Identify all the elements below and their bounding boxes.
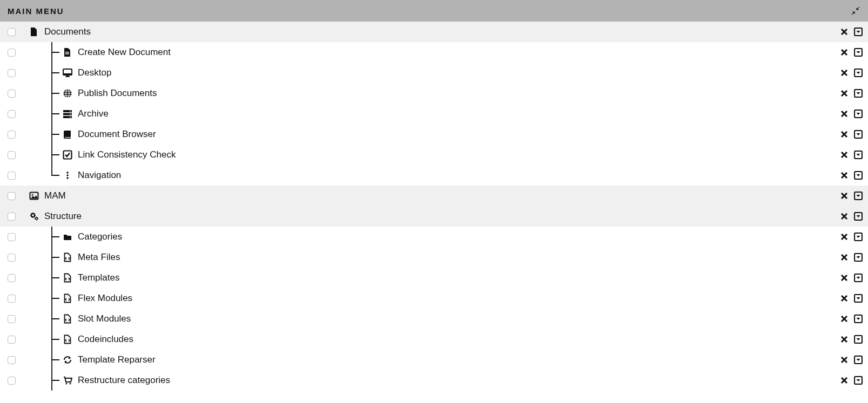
dropdown-icon[interactable] xyxy=(854,110,863,118)
row-label[interactable]: MAM xyxy=(44,190,840,201)
menu-row: Codeincludes xyxy=(0,329,868,350)
row-label[interactable]: Documents xyxy=(44,26,840,37)
dropdown-icon[interactable] xyxy=(854,253,863,262)
menu-row: Desktop xyxy=(0,63,868,83)
delete-icon[interactable] xyxy=(840,376,849,385)
delete-icon[interactable] xyxy=(840,130,849,139)
row-label[interactable]: Template Reparser xyxy=(78,354,840,365)
image-icon xyxy=(28,191,40,201)
file-code-icon xyxy=(62,252,73,262)
menu-row: Template Reparser xyxy=(0,350,868,370)
menu-row: Document Browser xyxy=(0,124,868,145)
delete-icon[interactable] xyxy=(840,356,849,364)
row-checkbox[interactable] xyxy=(8,131,16,139)
delete-icon[interactable] xyxy=(840,294,849,303)
row-checkbox[interactable] xyxy=(8,295,16,303)
collapse-icon[interactable] xyxy=(851,6,860,16)
menu-row: Navigation xyxy=(0,165,868,186)
dropdown-icon[interactable] xyxy=(854,376,863,385)
tree-branch-icon xyxy=(49,63,62,83)
row-checkbox[interactable] xyxy=(8,254,16,262)
dots-vertical-icon xyxy=(62,170,73,180)
row-checkbox[interactable] xyxy=(8,233,16,241)
delete-icon[interactable] xyxy=(840,335,849,344)
row-checkbox[interactable] xyxy=(8,192,16,200)
delete-icon[interactable] xyxy=(840,110,849,118)
delete-icon[interactable] xyxy=(840,315,849,323)
row-label[interactable]: Document Browser xyxy=(78,129,840,140)
delete-icon[interactable] xyxy=(840,212,849,221)
file-code-icon xyxy=(62,314,73,324)
file-code-icon xyxy=(62,334,73,344)
row-label[interactable]: Slot Modules xyxy=(78,313,840,324)
row-checkbox[interactable] xyxy=(8,336,16,344)
folder-icon xyxy=(62,232,73,242)
delete-icon[interactable] xyxy=(840,28,849,36)
row-checkbox[interactable] xyxy=(8,28,16,36)
tree-branch-icon xyxy=(49,42,62,63)
menu-row: Create New Document xyxy=(0,42,868,63)
row-label[interactable]: Flex Modules xyxy=(78,293,840,304)
delete-icon[interactable] xyxy=(840,253,849,262)
globe-icon xyxy=(62,88,73,98)
row-checkbox[interactable] xyxy=(8,377,16,385)
row-label[interactable]: Templates xyxy=(78,272,840,283)
file-lines-icon xyxy=(62,47,73,57)
dropdown-icon[interactable] xyxy=(854,28,863,36)
row-checkbox[interactable] xyxy=(8,90,16,98)
row-checkbox[interactable] xyxy=(8,172,16,180)
file-code-icon xyxy=(62,293,73,303)
dropdown-icon[interactable] xyxy=(854,171,863,180)
row-checkbox[interactable] xyxy=(8,110,16,118)
row-label[interactable]: Codeincludes xyxy=(78,334,840,345)
dropdown-icon[interactable] xyxy=(854,233,863,241)
desktop-icon xyxy=(62,68,73,78)
row-checkbox[interactable] xyxy=(8,315,16,323)
dropdown-icon[interactable] xyxy=(854,69,863,77)
row-label[interactable]: Create New Document xyxy=(78,47,840,58)
delete-icon[interactable] xyxy=(840,274,849,282)
delete-icon[interactable] xyxy=(840,171,849,180)
dropdown-icon[interactable] xyxy=(854,335,863,344)
row-checkbox[interactable] xyxy=(8,151,16,159)
delete-icon[interactable] xyxy=(840,192,849,200)
dropdown-icon[interactable] xyxy=(854,192,863,200)
file-code-icon xyxy=(62,273,73,283)
dropdown-icon[interactable] xyxy=(854,315,863,323)
cart-icon xyxy=(62,375,73,385)
main-menu-title: MAIN MENU xyxy=(8,6,64,16)
dropdown-icon[interactable] xyxy=(854,151,863,159)
delete-icon[interactable] xyxy=(840,89,849,98)
delete-icon[interactable] xyxy=(840,151,849,159)
dropdown-icon[interactable] xyxy=(854,89,863,98)
delete-icon[interactable] xyxy=(840,69,849,77)
row-label[interactable]: Link Consistency Check xyxy=(78,149,840,160)
row-label[interactable]: Publish Documents xyxy=(78,88,840,99)
dropdown-icon[interactable] xyxy=(854,212,863,221)
tree-branch-icon xyxy=(49,350,62,370)
row-label[interactable]: Categories xyxy=(78,231,840,242)
tree-branch-icon xyxy=(49,247,62,268)
row-label[interactable]: Archive xyxy=(78,108,840,119)
delete-icon[interactable] xyxy=(840,233,849,241)
menu-row: Structure xyxy=(0,206,868,227)
dropdown-icon[interactable] xyxy=(854,130,863,139)
row-checkbox[interactable] xyxy=(8,69,16,77)
menu-row: Flex Modules xyxy=(0,288,868,309)
row-checkbox[interactable] xyxy=(8,274,16,282)
row-checkbox[interactable] xyxy=(8,356,16,364)
delete-icon[interactable] xyxy=(840,48,849,57)
dropdown-icon[interactable] xyxy=(854,294,863,303)
row-label[interactable]: Structure xyxy=(44,211,840,222)
dropdown-icon[interactable] xyxy=(854,48,863,57)
dropdown-icon[interactable] xyxy=(854,356,863,364)
server-icon xyxy=(62,109,73,119)
dropdown-icon[interactable] xyxy=(854,274,863,282)
tree-branch-icon xyxy=(49,329,62,350)
row-checkbox[interactable] xyxy=(8,49,16,57)
row-label[interactable]: Navigation xyxy=(78,170,840,181)
row-checkbox[interactable] xyxy=(8,213,16,221)
row-label[interactable]: Desktop xyxy=(78,67,840,78)
row-label[interactable]: Restructure categories xyxy=(78,375,840,386)
row-label[interactable]: Meta Files xyxy=(78,252,840,263)
